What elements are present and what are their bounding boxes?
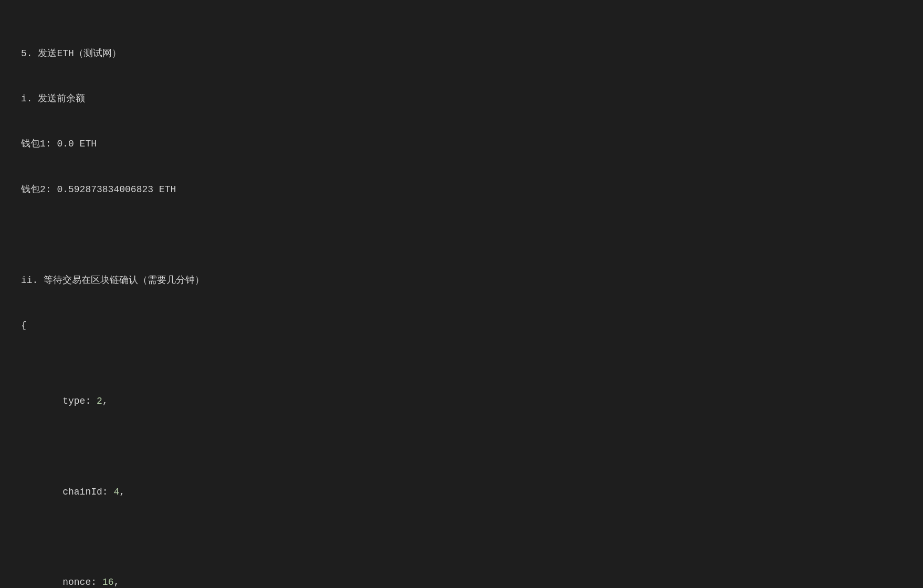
value-chainid: 4 bbox=[113, 487, 119, 497]
value-type: 2 bbox=[97, 396, 102, 406]
section5-title: 5. 发送ETH（测试网） bbox=[21, 46, 902, 61]
field-nonce-label: nonce bbox=[62, 577, 91, 587]
field-chainid-label: chainId bbox=[62, 487, 102, 497]
section-i-title: i. 发送前余额 bbox=[21, 91, 902, 107]
field-chainid-line: chainId: 4, bbox=[21, 469, 902, 514]
wallet2-before: 钱包2: 0.592873834006823 ETH bbox=[21, 182, 902, 197]
field-type-label: type bbox=[62, 396, 85, 406]
terminal-output: 5. 发送ETH（测试网） i. 发送前余额 钱包1: 0.0 ETH 钱包2:… bbox=[21, 16, 902, 588]
field-nonce-line: nonce: 16, bbox=[21, 560, 902, 588]
value-nonce: 16 bbox=[102, 577, 114, 587]
field-type-line: type: 2, bbox=[21, 379, 902, 424]
brace-open: { bbox=[21, 318, 902, 333]
section-ii-title: ii. 等待交易在区块链确认（需要几分钟） bbox=[21, 273, 902, 288]
wallet1-before: 钱包1: 0.0 ETH bbox=[21, 136, 902, 152]
